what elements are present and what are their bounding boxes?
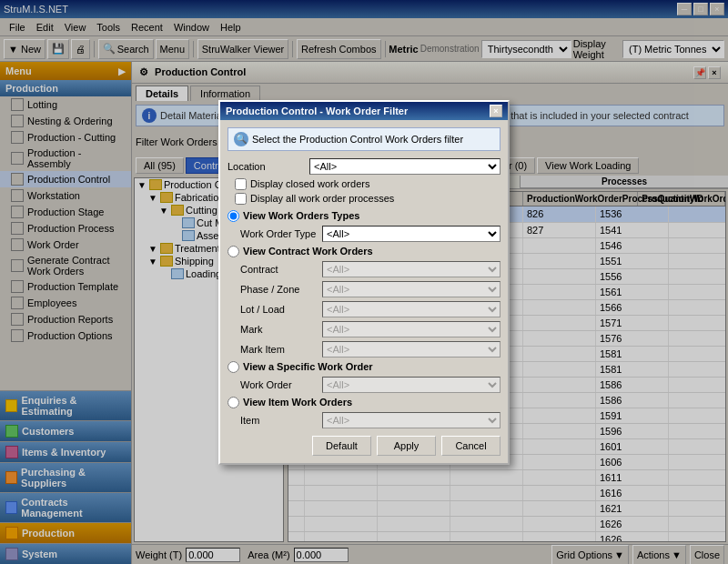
radio-contract-work-orders[interactable] [228,246,239,257]
apply-button[interactable]: Apply [377,436,436,456]
section-specific-work-order: View a Specific Work Order Work Order <A… [228,361,500,393]
mark-label: Mark [240,324,322,335]
modal-close-button[interactable]: × [490,105,502,117]
work-order-type-row: Work Order Type <All> [228,226,500,242]
radio-contract-work-orders-row: View Contract Work Orders [228,246,500,257]
contract-label: Contract [240,264,322,275]
mark-item-select[interactable]: <All> [322,341,500,358]
modal-overlay: Production Control - Work Order Filter ×… [0,0,728,564]
item-label: Item [240,415,322,426]
modal-body: 🔍 Select the Production Control Work Ord… [220,120,508,463]
radio-item-work-orders-label: View Item Work Orders [243,397,352,408]
mark-row: Mark <All> [240,321,500,337]
mark-item-row: Mark Item <All> [240,341,500,358]
radio-specific-row: View a Specific Work Order [228,361,500,373]
checkbox-closed-label: Display closed work orders [250,178,369,189]
mark-select[interactable]: <All> [322,321,500,337]
radio-item-work-orders[interactable] [228,397,239,408]
checkbox-all[interactable] [235,193,247,205]
checkbox-closed-row: Display closed work orders [228,178,500,190]
section-contract-work-orders: View Contract Work Orders Contract <All>… [228,246,500,358]
specific-work-order-row: Work Order <All> [228,377,500,393]
radio-contract-work-orders-label: View Contract Work Orders [243,246,373,257]
radio-item-work-orders-row: View Item Work Orders [228,397,500,408]
contract-row: Contract <All> [240,261,500,277]
location-label: Location [228,161,309,172]
lot-label: Lot / Load [240,304,322,315]
mark-item-label: Mark Item [240,344,322,355]
item-select[interactable]: <All> [322,412,500,428]
section-item-work-orders: View Item Work Orders Item <All> [228,397,500,428]
contract-fields: Contract <All> Phase / Zone <All> Lot / … [228,261,500,358]
modal-header-row: 🔍 Select the Production Control Work Ord… [228,127,500,151]
work-order-type-label: Work Order Type [240,228,322,239]
modal-location-row: Location <All> [228,158,500,175]
radio-specific-work-order[interactable] [228,361,239,373]
radio-work-order-types-label: View Work Orders Types [243,210,359,221]
item-row: Item <All> [228,412,500,428]
radio-work-order-types-row: View Work Orders Types [228,210,500,222]
modal-title-bar: Production Control - Work Order Filter × [220,102,508,120]
checkbox-closed[interactable] [235,178,247,190]
radio-specific-label: View a Specific Work Order [243,361,373,372]
modal-info-icon: 🔍 [234,132,248,146]
radio-work-order-types[interactable] [228,210,239,222]
default-button[interactable]: Default [312,436,371,456]
lot-row: Lot / Load <All> [240,301,500,317]
checkbox-all-label: Display all work order processes [250,193,394,204]
phase-select[interactable]: <All> [322,281,500,297]
contract-select[interactable]: <All> [322,261,500,277]
modal-header-text: Select the Production Control Work Order… [252,134,463,145]
checkbox-all-row: Display all work order processes [228,193,500,205]
location-select[interactable]: <All> [309,158,500,175]
cancel-button[interactable]: Cancel [441,436,500,456]
work-order-label: Work Order [240,379,322,390]
lot-select[interactable]: <All> [322,301,500,317]
work-order-type-select[interactable]: <All> [322,226,500,242]
section-work-orders-types: View Work Orders Types Work Order Type <… [228,210,500,242]
modal-dialog: Production Control - Work Order Filter ×… [218,100,510,465]
specific-work-order-select[interactable]: <All> [322,377,500,393]
modal-buttons: Default Apply Cancel [228,436,500,456]
phase-row: Phase / Zone <All> [240,281,500,297]
phase-label: Phase / Zone [240,284,322,295]
modal-title: Production Control - Work Order Filter [226,106,408,116]
